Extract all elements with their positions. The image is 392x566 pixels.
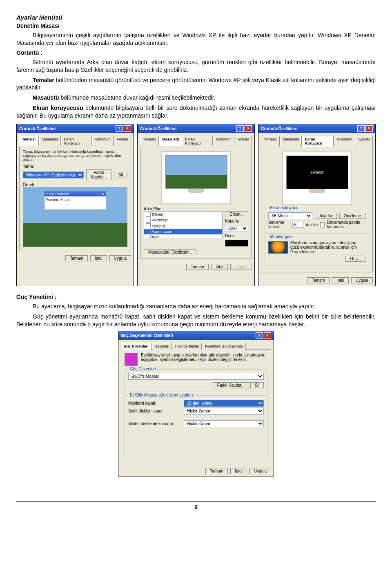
- ok-button[interactable]: Tamam: [307, 277, 330, 283]
- cancel-button[interactable]: İptal: [230, 468, 247, 474]
- theme-select[interactable]: Windows XP (Değiştirilmiş): [23, 172, 84, 178]
- heading-goruntu: Görüntü :: [16, 49, 376, 56]
- wait-input[interactable]: [292, 222, 303, 228]
- tabs: Temalar Masaüstü Ekran Koruyucu Görünüm …: [261, 136, 373, 146]
- help-icon[interactable]: ?: [236, 125, 244, 132]
- label-minutes: dakika: [306, 223, 318, 227]
- color-select[interactable]: [225, 240, 248, 247]
- scheme-select[interactable]: Ev/Ofis Masası: [128, 373, 264, 380]
- tab-ekrankoruyucu[interactable]: Ekran Koruyucu: [302, 136, 334, 147]
- standby-select[interactable]: Hiçbir Zaman: [184, 420, 264, 427]
- dialog-row: Görüntü Özellikleri ? × Temalar Masaüstü…: [16, 124, 376, 286]
- label-tema: Tema:: [23, 164, 127, 169]
- tab-ekrankoruyucu[interactable]: Ekran Koruyucu: [61, 136, 92, 146]
- power-options-dialog: Güç Seçenekleri Özellikleri ? × Güç Düze…: [118, 331, 274, 477]
- turnoff-monitor-select[interactable]: 15 dak. sonra: [184, 400, 264, 407]
- tab-temalar[interactable]: Temalar: [140, 136, 159, 146]
- label-ornek: Örnek:: [23, 183, 127, 187]
- ok-button[interactable]: Tamam: [205, 468, 228, 474]
- browse-button[interactable]: Gözat...: [225, 211, 248, 217]
- cancel-button[interactable]: İptal: [211, 264, 228, 270]
- sample-window-body: Pencere Metni: [45, 196, 106, 209]
- tab-gelismis[interactable]: Gelişmiş: [152, 343, 172, 350]
- heading-ayarlar: Ayarlar Menüsü: [16, 14, 376, 21]
- tab-ayarlar[interactable]: Ayarlar: [235, 136, 252, 146]
- file-icon: [146, 218, 151, 223]
- close-icon[interactable]: ×: [245, 125, 252, 132]
- power-icon: [125, 353, 138, 366]
- turnoff-hd-select[interactable]: Hiçbir Zaman: [184, 408, 264, 414]
- customize-desktop-button[interactable]: Masaüstünü Özelleştir...: [144, 249, 196, 255]
- para-temalar-text: bölümünden masaüstü görüntüsü ve pencere…: [16, 77, 376, 91]
- monitor-preview: [161, 151, 231, 204]
- tab-guc-duzenleri[interactable]: Güç Düzenleri: [121, 343, 151, 350]
- password-checkbox[interactable]: [320, 222, 324, 227]
- titlebar: Güç Seçenekleri Özellikleri ? ×: [118, 331, 274, 340]
- label-konum: Konum:: [225, 219, 248, 223]
- tab-ekrankoruyucu[interactable]: Ekran Koruyucu: [183, 136, 213, 146]
- help-icon[interactable]: ?: [357, 125, 365, 132]
- background-listbox[interactable]: (None) Ay yüzeyi Ayçiçeği Azur mavisi Bo…: [144, 211, 223, 238]
- tab-gorunum[interactable]: Görünüm: [213, 136, 234, 146]
- tab-masaustu[interactable]: Masaüstü: [39, 136, 61, 146]
- label-standby: Sistem bekleme konumu:: [128, 421, 181, 426]
- sample-window-buttons: _ □ ×: [96, 192, 104, 196]
- tab-gorunum[interactable]: Görünüm: [92, 136, 114, 146]
- para-intro: Bilgisayarımızın çeşitli aygıtlarının ça…: [16, 31, 376, 47]
- close-icon[interactable]: ×: [365, 125, 373, 132]
- file-icon: [146, 235, 151, 238]
- apply-button[interactable]: Uygula: [230, 264, 252, 270]
- settings-button[interactable]: Ayarlar: [315, 213, 337, 219]
- tab-masaustu[interactable]: Masaüstü: [280, 136, 302, 147]
- help-icon[interactable]: ?: [116, 125, 123, 132]
- tab-ayarlar[interactable]: Ayarlar: [114, 136, 131, 146]
- group-title: Monitör gücü: [268, 234, 295, 239]
- cancel-button[interactable]: İptal: [332, 277, 349, 283]
- tab-gorunum[interactable]: Görünüm: [334, 136, 355, 147]
- close-icon[interactable]: ×: [264, 332, 271, 339]
- preview-button[interactable]: Önizleme: [339, 213, 365, 219]
- screen-preview: esBaldır: [286, 156, 348, 189]
- group-scheme-settings: Ev/Ofis Masası güç düzeni ayarları Monit…: [125, 395, 267, 456]
- energystar-icon: [268, 241, 288, 254]
- close-icon[interactable]: ×: [124, 125, 131, 132]
- title-text: Görüntü Özellikleri: [261, 127, 297, 131]
- title-text: Güç Seçenekleri Özellikleri: [121, 333, 173, 338]
- group-title: Ev/Ofis Masası güç düzeni ayarları: [128, 393, 195, 397]
- tab-ayarlar[interactable]: Ayarlar: [356, 136, 373, 147]
- bold-ekran: Ekran koruyucusu: [33, 105, 83, 111]
- titlebar: Görüntü Özellikleri ? ×: [258, 124, 375, 133]
- para-masaustu-text: bölümünde masaüstüne duvar kağıdı resmi …: [59, 94, 216, 101]
- tab-masaustu[interactable]: Masaüstü: [159, 136, 182, 146]
- screen-preview: [165, 155, 227, 189]
- group-monitor-power: Monitör gücü Monitörünüzün güç ayarını d…: [265, 237, 369, 265]
- monitor-power-text: Monitörünüzün güç ayarını değiştirip güc…: [290, 241, 365, 254]
- help-icon[interactable]: ?: [256, 332, 263, 339]
- saveas-button[interactable]: Farklı Kaydet...: [213, 382, 249, 388]
- label-arkaplan: Arka Plan:: [144, 207, 248, 211]
- para-masaustu: Masaüstü bölümünde masaüstüne duvar kağı…: [16, 94, 376, 102]
- group-schemes: Güç Düzenleri Ev/Ofis Masası Farklı Kayd…: [125, 369, 267, 392]
- tab-temalar[interactable]: Temalar: [261, 136, 280, 147]
- tabs: Temalar Masaüstü Ekran Koruyucu Görünüm …: [19, 136, 131, 146]
- cancel-button[interactable]: İptal: [90, 255, 107, 261]
- list-item: Borç: [144, 234, 222, 238]
- tab-temalar[interactable]: Temalar: [19, 136, 39, 146]
- delete-button[interactable]: Sil: [114, 172, 127, 178]
- apply-button[interactable]: Uygula: [109, 255, 131, 261]
- delete-button[interactable]: Sil: [250, 382, 264, 388]
- panel-desktop: Arka Plan: (None) Ay yüzeyi Ayçiçeği Azu…: [140, 146, 252, 259]
- position-select[interactable]: Uzat: [225, 225, 248, 232]
- screensaver-select[interactable]: 3B Metin: [268, 212, 312, 219]
- ok-button[interactable]: Tamam: [65, 255, 88, 261]
- tab-ups[interactable]: Kesintisiz Güç Kaynağı: [202, 343, 246, 350]
- tab-hazirda-beklet[interactable]: Hazırda Beklet: [172, 343, 202, 350]
- power-button[interactable]: Güç...: [345, 256, 365, 262]
- label-renk: Renk:: [225, 234, 248, 238]
- apply-button[interactable]: Uygula: [351, 277, 373, 283]
- apply-button[interactable]: Uygula: [249, 468, 271, 474]
- ok-button[interactable]: Tamam: [186, 264, 209, 270]
- saveas-button[interactable]: Farklı Kaydet...: [86, 169, 111, 180]
- display-properties-desktop-dialog: Görüntü Özellikleri ? × Temalar Masaüstü…: [137, 124, 255, 286]
- titlebar: Görüntü Özellikleri ? ×: [138, 124, 254, 133]
